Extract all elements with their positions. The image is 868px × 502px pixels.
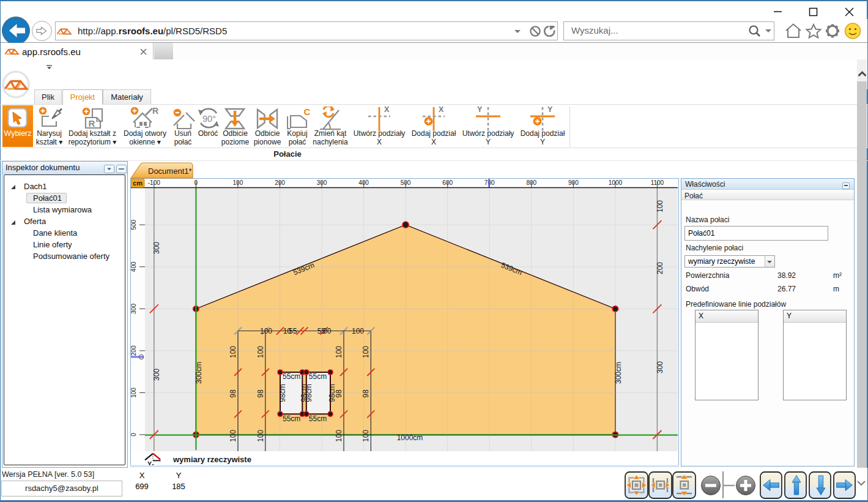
svg-text:600: 600 (442, 179, 453, 186)
svg-text:800: 800 (526, 179, 536, 186)
svg-text:300: 300 (152, 242, 161, 254)
svg-text:300: 300 (317, 179, 327, 186)
svg-text:Y: Y (477, 107, 483, 114)
svg-text:100: 100 (233, 179, 243, 186)
svg-text:300: 300 (152, 369, 161, 381)
svg-text:400: 400 (131, 261, 137, 272)
svg-text:R: R (89, 118, 95, 129)
svg-text:100: 100 (352, 327, 364, 335)
svg-text:55cm: 55cm (283, 372, 300, 381)
svg-text:Y: Y (547, 107, 553, 114)
svg-text:5500: 5500 (317, 327, 332, 335)
svg-text:100: 100 (362, 346, 370, 358)
svg-text:300cm: 300cm (195, 362, 203, 384)
svg-text:1055: 1055 (283, 327, 297, 335)
svg-text:1000cm: 1000cm (397, 433, 423, 442)
svg-text:-100: -100 (148, 179, 160, 186)
svg-text:0: 0 (195, 179, 198, 186)
svg-text:300cm: 300cm (614, 362, 623, 384)
svg-text:55cm: 55cm (309, 414, 327, 423)
svg-text:R: R (152, 107, 158, 116)
svg-text:500: 500 (401, 179, 411, 186)
svg-text:100: 100 (131, 388, 137, 398)
svg-text:C: C (304, 107, 310, 117)
svg-text:55cm: 55cm (283, 414, 300, 423)
svg-text:90°: 90° (202, 114, 216, 124)
svg-text:98cm: 98cm (305, 384, 313, 402)
svg-text:100: 100 (229, 430, 237, 442)
svg-text:98cm: 98cm (328, 384, 336, 402)
svg-text:98: 98 (362, 389, 370, 398)
svg-text:98: 98 (256, 389, 265, 398)
svg-text:100: 100 (256, 430, 265, 442)
svg-text:400: 400 (358, 179, 369, 186)
svg-text:100: 100 (362, 430, 370, 442)
svg-text:100: 100 (229, 346, 237, 358)
svg-text:200: 200 (131, 345, 137, 356)
svg-text:100: 100 (256, 346, 265, 358)
svg-text:200: 200 (656, 262, 664, 274)
svg-text:X: X (384, 107, 390, 114)
svg-text:1100: 1100 (651, 179, 664, 186)
svg-text:1000: 1000 (609, 179, 623, 186)
svg-text:55cm: 55cm (309, 372, 327, 381)
svg-text:cm: cm (133, 179, 143, 187)
svg-text:300: 300 (131, 304, 137, 314)
svg-text:98: 98 (229, 389, 237, 398)
svg-text:0: 0 (131, 433, 137, 436)
svg-text:X: X (439, 107, 444, 114)
svg-text:wymiary rzeczywiste: wymiary rzeczywiste (172, 455, 251, 464)
svg-text:200: 200 (275, 179, 285, 186)
svg-text:100: 100 (335, 346, 343, 358)
svg-text:500: 500 (131, 219, 137, 230)
svg-text:100: 100 (656, 200, 664, 212)
svg-text:100: 100 (335, 430, 343, 442)
svg-text:900: 900 (568, 179, 579, 186)
svg-text:Document1*: Document1* (148, 167, 192, 176)
svg-text:300: 300 (656, 361, 664, 373)
svg-text:98cm: 98cm (278, 384, 287, 402)
svg-text:100: 100 (260, 327, 272, 335)
